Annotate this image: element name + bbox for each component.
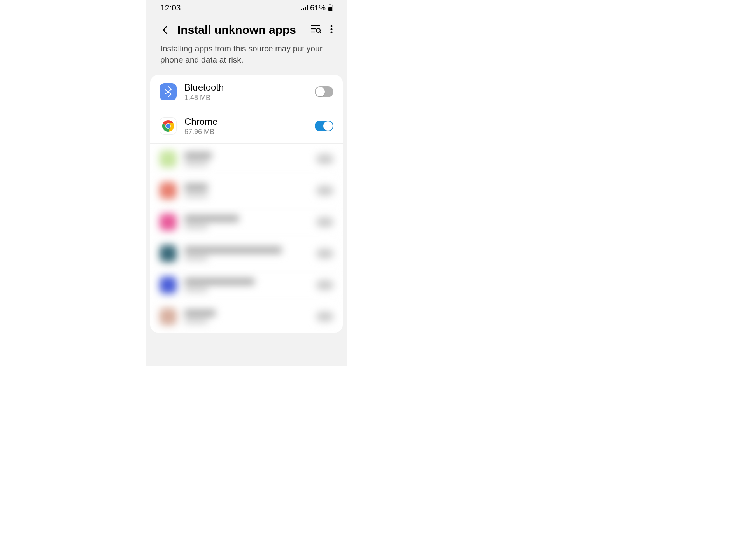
app-info: Chrome 67.96 MB [184, 116, 307, 136]
app-row-bluetooth[interactable]: Bluetooth 1.48 MB [150, 75, 343, 109]
blurred-text [184, 215, 309, 229]
status-right: 61% [301, 4, 333, 12]
blurred-toggle [316, 217, 333, 227]
blurred-icon [160, 276, 177, 294]
svg-rect-0 [301, 9, 302, 10]
blurred-icon [160, 308, 177, 325]
blurred-app-row [150, 144, 343, 175]
phone-screen: 12:03 61% Install unknown apps [146, 0, 347, 366]
signal-icon [301, 5, 308, 10]
more-options-button[interactable] [330, 25, 333, 35]
svg-point-13 [331, 28, 333, 30]
blurred-app-row [150, 301, 343, 332]
search-list-button[interactable] [311, 25, 321, 35]
toggle-knob [316, 87, 325, 96]
toggle-bluetooth[interactable] [315, 86, 333, 97]
back-button[interactable] [160, 25, 170, 35]
bluetooth-icon [160, 83, 177, 100]
header: Install unknown apps [146, 16, 347, 40]
svg-rect-6 [328, 7, 332, 11]
battery-icon [328, 4, 333, 11]
toggle-chrome[interactable] [315, 121, 333, 131]
svg-point-14 [331, 32, 333, 33]
svg-rect-2 [305, 7, 306, 10]
blurred-toggle [316, 312, 333, 322]
blurred-toggle [316, 280, 333, 290]
blurred-toggle [316, 248, 333, 259]
svg-point-10 [316, 28, 320, 32]
status-time: 12:03 [160, 3, 181, 12]
blurred-text [184, 152, 309, 166]
blurred-text [184, 247, 309, 261]
blurred-toggle [316, 154, 333, 164]
toggle-knob [323, 121, 333, 131]
app-list-card: Bluetooth 1.48 MB Chrome [150, 75, 343, 332]
blurred-app-row [150, 175, 343, 206]
blurred-text [184, 278, 309, 292]
svg-rect-3 [307, 5, 308, 10]
app-size: 1.48 MB [184, 94, 307, 102]
svg-point-17 [166, 124, 170, 128]
chevron-left-icon [162, 25, 168, 35]
app-name: Bluetooth [184, 82, 307, 93]
app-row-chrome[interactable]: Chrome 67.96 MB [150, 109, 343, 144]
header-actions [311, 25, 333, 35]
battery-percent: 61% [310, 4, 326, 12]
blurred-icon [160, 182, 177, 199]
blurred-icon [160, 214, 177, 231]
blurred-app-row [150, 206, 343, 238]
blurred-app-row [150, 270, 343, 301]
svg-point-12 [331, 25, 333, 27]
svg-rect-1 [303, 8, 304, 10]
status-bar: 12:03 61% [146, 0, 347, 16]
warning-description: Installing apps from this source may put… [146, 40, 347, 75]
blurred-toggle [316, 186, 333, 196]
kebab-menu-icon [330, 25, 333, 33]
blurred-app-row [150, 238, 343, 270]
page-title: Install unknown apps [177, 23, 303, 37]
blurred-text [184, 310, 309, 324]
blurred-text [184, 184, 309, 198]
app-size: 67.96 MB [184, 128, 307, 136]
blurred-icon [160, 150, 177, 168]
svg-line-11 [320, 32, 321, 33]
blurred-icon [160, 245, 177, 262]
chrome-icon [160, 117, 177, 135]
app-info: Bluetooth 1.48 MB [184, 82, 307, 102]
app-name: Chrome [184, 116, 307, 127]
search-list-icon [311, 25, 321, 33]
